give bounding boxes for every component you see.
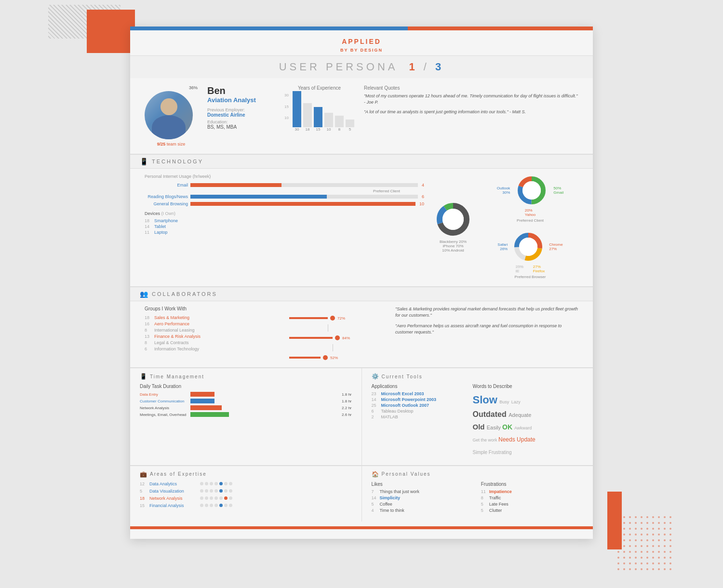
group-4-num: 13	[145, 334, 152, 339]
logo-applied: APPLIED	[342, 38, 381, 45]
chrome-label: Chrome 27%	[549, 242, 562, 251]
bar-blogs-val: 6	[422, 194, 424, 199]
device-2-num: 14	[145, 224, 152, 229]
client-donut-wrap: Outlook30% 50%	[482, 174, 578, 223]
time-icon: 📱	[140, 373, 147, 380]
tools-header: ⚙️ Current Tools	[372, 373, 584, 380]
tools-title: Current Tools	[382, 374, 423, 379]
word-needs-update: Needs Update	[498, 436, 536, 443]
like-1-num: 7	[372, 489, 377, 494]
device-3-num: 11	[145, 230, 152, 235]
logo-bydesign: BY BY DESIGN	[340, 48, 383, 53]
team-label: team size	[167, 142, 186, 147]
bar-browsing: General Browsing 10	[145, 201, 424, 206]
logo-text: APPLIED BY BY DESIGN	[130, 38, 593, 53]
app-2: 14 Microsoft Powerpoint 2003	[372, 397, 458, 402]
devices-area: Devices (I Own) 18 Smartphone 14 Tablet …	[145, 211, 424, 235]
exp-3: 18 Network Analysis	[140, 496, 352, 501]
word-ok: OK	[502, 423, 514, 431]
preferred-client-title: Preferred Client	[517, 218, 544, 223]
cb1-pct: 72%	[337, 316, 345, 321]
bg-orange-rect	[87, 10, 135, 53]
task-1: Data Entry 1.8 hr	[140, 392, 352, 397]
devices-title: Devices (I Own)	[145, 211, 424, 216]
collab-section-header: 👥 Collaborators	[130, 287, 593, 301]
main-card: APPLIED BY BY DESIGN USER PERSONA 1 / 3 …	[130, 27, 593, 539]
like-3: 5 Coffee	[372, 502, 474, 507]
like-4-text: Time to think	[380, 508, 404, 513]
group-1: 18 Sales & Marketing	[145, 315, 280, 320]
device-1: 18 Smartphone	[145, 218, 424, 223]
yahoo-label: 20%Yahoo	[525, 208, 536, 217]
likes-title: Likes	[372, 481, 474, 487]
app-3: 25 Microsoft Outlook 2007	[372, 403, 458, 408]
device-1-name: Smartphone	[154, 218, 178, 223]
collab-groups: Groups I Work With 18 Sales & Marketing …	[145, 306, 280, 360]
group-6: 6 Information Technology	[145, 347, 280, 351]
quote-2: "A lot of our time as analysts is spent …	[364, 109, 578, 115]
exp-4-num: 15	[140, 503, 147, 508]
tech-section-header: 📱 Technology	[130, 155, 593, 169]
exp-1: 12 Data Analytics	[140, 481, 352, 486]
top-bar	[130, 27, 593, 30]
client-donut-labels: Outlook30%	[497, 186, 510, 195]
exp-1-name: Data Analytics	[149, 481, 198, 486]
bottom-sections: 📱 Time Management Daily Task Duration Da…	[130, 368, 593, 466]
group-2-num: 16	[145, 321, 152, 326]
task-4-track	[190, 412, 338, 417]
group-6-num: 6	[145, 347, 152, 351]
app-4: 6 Tableau Desktop	[372, 409, 458, 414]
cb3-pct: 52%	[330, 356, 338, 360]
exp-2: 5 Data Visualization	[140, 489, 352, 494]
browser-legend: 25%IE 27%Firefox	[516, 265, 545, 273]
logo-design: BY DESIGN	[350, 48, 383, 53]
outlook-label: Outlook30%	[497, 186, 510, 195]
exp-4: 15 Financial Analysis	[140, 503, 352, 508]
frust-2: 8 Traffic	[481, 495, 583, 500]
word-easily: Easily	[487, 425, 502, 430]
time-mgmt-title: Time Management	[150, 374, 204, 379]
group-4-name: Finance & Risk Analysis	[154, 334, 201, 339]
word-simple: Simple	[473, 450, 489, 455]
group-3-name: International Leasing	[154, 328, 195, 333]
bar-email-fill	[190, 183, 281, 187]
group-1-name: Sales & Marketing	[154, 315, 189, 320]
task-3-val: 2.2 hr	[342, 406, 351, 410]
tech-inner: Personal Internet Usage (hr/week) Email …	[145, 174, 578, 279]
task-1-fill	[190, 392, 214, 397]
expertise-header: 💼 Areas of Expertise	[140, 471, 352, 478]
device-2-name: Tablet	[154, 224, 166, 229]
device-donut-label: Blackberry 20% iPhone 70% 10% Android	[440, 240, 467, 253]
word-slow: Slow	[473, 394, 497, 406]
frust-1-num: 11	[481, 489, 487, 494]
collab-section: Groups I Work With 18 Sales & Marketing …	[130, 301, 593, 368]
frust-3-text: Late Fees	[489, 502, 509, 507]
app-1-name: Microsoft Excel 2003	[381, 391, 424, 396]
word-busy: Busy	[499, 400, 509, 404]
frust-2-text: Traffic	[489, 495, 501, 500]
collab-bar-2: 84%	[289, 335, 386, 340]
task-3-fill	[190, 405, 222, 410]
frustrations-title: Frustrations	[481, 481, 583, 487]
word-cloud: Slow Busy Lazy Outdated Adequate Old Eas…	[473, 391, 536, 458]
group-2-name: Aero Performance	[154, 321, 189, 326]
task-2-track	[190, 399, 338, 403]
cb1-fill	[289, 317, 328, 319]
bottom2-sections: 💼 Areas of Expertise 12 Data Analytics	[130, 466, 593, 521]
words-title: Words to Describe	[473, 384, 536, 389]
time-mgmt-header: 📱 Time Management	[140, 373, 352, 380]
cb1-dot	[330, 316, 335, 321]
bar-blogs: Reading Blogs/News 6	[145, 194, 424, 199]
app-2-name: Microsoft Powerpoint 2003	[381, 397, 437, 402]
bio-education: BS, MS, MBA	[207, 124, 275, 130]
app-5-num: 2	[372, 414, 379, 419]
client-donut	[515, 174, 549, 207]
quote-1: "Most of my customers operate 12 hours a…	[364, 93, 578, 105]
ie-label: 25%IE	[516, 265, 523, 273]
devices-title-text: Devices	[145, 211, 160, 216]
avatar	[145, 91, 193, 139]
like-4: 4 Time to think	[372, 508, 474, 513]
group-3-num: 8	[145, 328, 152, 333]
yoe-bar-1: 30	[293, 91, 301, 132]
bar-browsing-fill	[190, 202, 415, 206]
